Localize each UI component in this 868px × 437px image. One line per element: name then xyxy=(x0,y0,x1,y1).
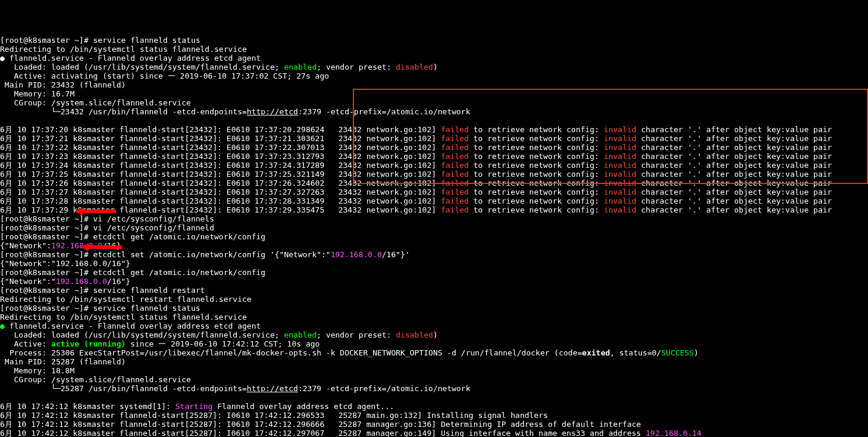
json-output-bad: {"Network":192.168.0.0/16} xyxy=(0,241,121,250)
error-log-line: 6月 10 17:37:25 k8smaster flanneld-start[… xyxy=(0,170,832,179)
json-output: {"Network":"192.168.0.0/16"} xyxy=(0,259,130,268)
mainpid-line: Main PID: 25287 (flanneld) xyxy=(0,357,126,366)
journal-line: 6月 10 17:42:12 k8smaster flanneld-start[… xyxy=(0,429,701,437)
terminal-output[interactable]: [root@k8smaster ~]# service flanneld sta… xyxy=(0,36,868,437)
output-line: Redirecting to /bin/systemctl restart fl… xyxy=(0,295,252,304)
status-dot-active: ● flanneld.service - Flanneld overlay ad… xyxy=(0,321,261,330)
journal-line: 6月 10 17:42:12 k8smaster flanneld-start[… xyxy=(0,411,548,420)
error-log-line: 6月 10 17:37:24 k8smaster flanneld-start[… xyxy=(0,161,832,170)
json-output-good: {"Network":"192.168.0.0/16"} xyxy=(0,277,130,286)
output-line: Redirecting to /bin/systemctl status fla… xyxy=(0,313,247,321)
active-line: Active: activating (start) since 一 2019-… xyxy=(0,71,329,80)
disabled-label: disabled xyxy=(396,63,433,71)
output-line: Redirecting to /bin/systemctl status fla… xyxy=(0,45,247,54)
error-log-line: 6月 10 17:37:22 k8smaster flanneld-start[… xyxy=(0,143,832,152)
error-log-line: 6月 10 17:37:28 k8smaster flanneld-start[… xyxy=(0,196,832,205)
cgroup-proc: └─25287 /usr/bin/flanneld -etcd-endpoint… xyxy=(0,384,471,393)
cmd-line: [root@k8smaster ~]# etcdctl get /atomic.… xyxy=(0,268,265,277)
cgroup-line: CGroup: /system.slice/flanneld.service xyxy=(0,375,191,384)
error-log-line: 6月 10 17:37:23 k8smaster flanneld-start[… xyxy=(0,152,832,161)
cgroup-line: CGroup: /system.slice/flanneld.service xyxy=(0,98,191,107)
cmd-line: [root@k8smaster ~]# etcdctl set /atomic.… xyxy=(0,250,410,259)
success-label: SUCCESS xyxy=(661,348,694,357)
ip-value: 192.168.0.0 xyxy=(51,241,102,250)
error-log-line: 6月 10 17:37:20 k8smaster flanneld-start[… xyxy=(0,125,832,134)
cmd-line: [root@k8smaster ~]# service flanneld res… xyxy=(0,286,205,295)
enabled-label: enabled xyxy=(284,63,317,71)
error-log-line: 6月 10 17:37:29 k8smaster flanneld-start[… xyxy=(0,205,832,214)
invalid-label: invalid xyxy=(604,125,637,134)
loaded-line: Loaded: loaded (/usr/lib/systemd/system/… xyxy=(0,330,438,339)
memory-line: Memory: 18.8M xyxy=(0,366,74,375)
process-line: Process: 25306 ExecStartPost=/usr/libexe… xyxy=(0,348,698,357)
etcd-url: http://etcd xyxy=(247,107,298,116)
error-log-line: 6月 10 17:37:26 k8smaster flanneld-start[… xyxy=(0,179,832,188)
error-log-line: 6月 10 17:37:21 k8smaster flanneld-start[… xyxy=(0,134,832,143)
cmd-line: [root@k8smaster ~]# vi /etc/sysconfig/fl… xyxy=(0,223,214,232)
cmd-line: [root@k8smaster ~]# service flanneld sta… xyxy=(0,304,200,313)
journal-line: 6月 10 17:42:12 k8smaster systemd[1]: Sta… xyxy=(0,402,394,411)
starting-label: Starting xyxy=(176,402,213,411)
active-running-label: active (running) xyxy=(51,339,126,348)
memory-line: Memory: 16.7M xyxy=(0,89,74,98)
status-dot-activating: ● flanneld.service - Flanneld overlay ad… xyxy=(0,54,261,63)
journal-line: 6月 10 17:42:12 k8smaster flanneld-start[… xyxy=(0,420,641,429)
cmd-line: [root@k8smaster ~]# service flanneld sta… xyxy=(0,36,200,45)
error-log-line: 6月 10 17:37:27 k8smaster flanneld-start[… xyxy=(0,188,832,196)
failed-label: failed xyxy=(441,125,469,134)
cmd-line: [root@k8smaster ~]# vi /etc/sysconfig/fl… xyxy=(0,214,214,223)
cmd-line: [root@k8smaster ~]# etcdctl get /atomic.… xyxy=(0,232,265,241)
loaded-line: Loaded: loaded (/usr/lib/systemd/system/… xyxy=(0,63,438,71)
cgroup-proc: └─23432 /usr/bin/flanneld -etcd-endpoint… xyxy=(0,107,471,116)
active-running-line: Active: active (running) since 一 2019-06… xyxy=(0,339,319,348)
mainpid-line: Main PID: 23432 (flanneld) xyxy=(0,80,126,89)
